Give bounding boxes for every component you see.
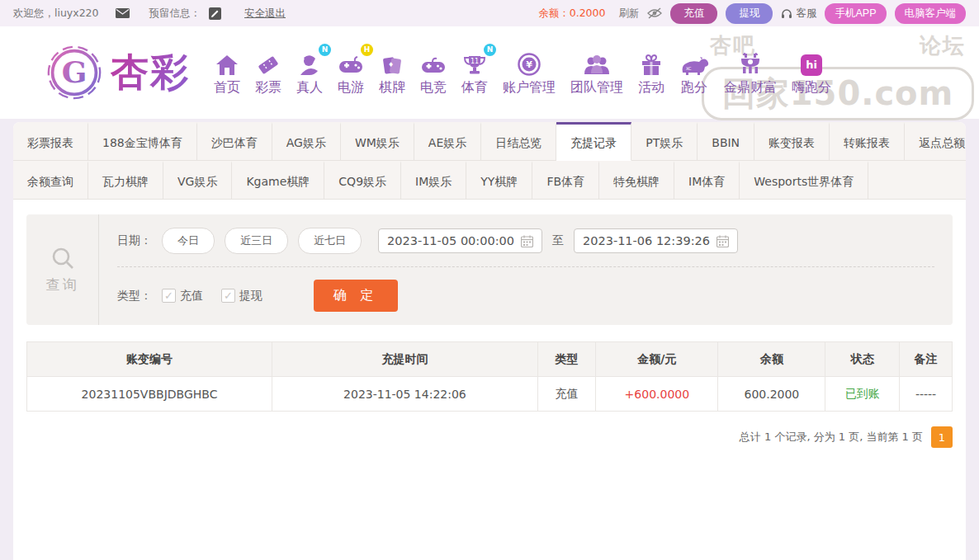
query-section: 查询 (26, 214, 99, 325)
date-to-input[interactable]: 2023-11-06 12:39:26 (574, 228, 738, 253)
tab-沙巴体育[interactable]: 沙巴体育 (197, 122, 272, 161)
table-header-cell: 账变编号 (27, 342, 272, 377)
svg-text:♦: ♦ (388, 61, 394, 68)
nav-item-rhino[interactable]: XC跑分 (672, 49, 717, 96)
cards-icon: ♦ (381, 49, 403, 76)
table-cell: ----- (900, 377, 953, 412)
tab-彩票报表[interactable]: 彩票报表 (13, 122, 88, 161)
nav-item-home[interactable]: 首页 (206, 49, 248, 96)
nav-item-lottery-ticket[interactable]: 彩票 (248, 49, 289, 96)
tab-瓦力棋牌[interactable]: 瓦力棋牌 (88, 161, 163, 200)
date-from-input[interactable]: 2023-11-05 00:00:00 (378, 228, 542, 253)
nav-item-hi[interactable]: hi嗨跑分 (784, 49, 839, 96)
table-row: 20231105VBBJDBGHBC2023-11-05 14:22:06充值+… (27, 377, 953, 412)
tab-AE娱乐[interactable]: AE娱乐 (414, 122, 481, 161)
tab-返点总额[interactable]: 返点总额 (905, 122, 966, 161)
tab-IM体育[interactable]: IM体育 (674, 161, 740, 200)
confirm-button[interactable]: 确 定 (314, 280, 398, 312)
tab-Wesports世界体育[interactable]: Wesports世界体育 (740, 161, 868, 200)
nav-item-tripod-cauldron[interactable]: 金鼎财富 (717, 49, 784, 96)
live-person-icon: N (298, 49, 321, 76)
tab-余额查询[interactable]: 余额查询 (13, 161, 88, 200)
tab-特免棋牌[interactable]: 特免棋牌 (599, 161, 674, 200)
welcome-text: 欢迎您，liuyx220 (13, 7, 99, 21)
table-header-cell: 类型 (537, 342, 596, 377)
withdraw-button[interactable]: 提现 (726, 3, 773, 24)
type-option-充值[interactable]: ✓充值 (162, 289, 203, 304)
tab-WM娱乐[interactable]: WM娱乐 (341, 122, 414, 161)
search-icon (50, 246, 75, 271)
nav-badge: N (319, 44, 331, 56)
table-header-cell: 余额 (718, 342, 825, 377)
topbar: 欢迎您，liuyx220 预留信息： 安全退出 余额：0.2000 刷新 充值 … (0, 0, 979, 26)
page-1-button[interactable]: 1 (931, 426, 953, 448)
sports-trophy-icon: 11N (463, 49, 486, 76)
nav-item-sports-trophy[interactable]: 11N体育 (454, 49, 495, 96)
nav-item-label: 电竞 (420, 79, 447, 96)
customer-service-button[interactable]: 客服 (781, 7, 816, 21)
main-nav-items: 首页彩票N真人H电游♦棋牌电竞11N体育¥账户管理团队管理活动XC跑分金鼎财富h… (206, 49, 839, 96)
refresh-link[interactable]: 刷新 (618, 7, 639, 21)
nav-item-label: 活动 (638, 79, 664, 96)
content-card: 彩票报表188金宝博体育沙巴体育AG娱乐WM娱乐AE娱乐日结总览充提记录PT娱乐… (13, 122, 966, 560)
tab-Kgame棋牌[interactable]: Kgame棋牌 (232, 161, 324, 200)
deposit-button[interactable]: 充值 (670, 3, 717, 24)
date-label: 日期： (117, 233, 152, 248)
svg-text:11: 11 (471, 58, 479, 65)
tab-日结总览[interactable]: 日结总览 (481, 122, 556, 161)
nav-item-gift[interactable]: 活动 (631, 49, 672, 96)
tab-BBIN[interactable]: BBIN (698, 122, 754, 161)
table-cell: 20231105VBBJDBGHBC (27, 377, 272, 412)
table-cell: 2023-11-05 14:22:06 (272, 377, 538, 412)
table-header-cell: 备注 (900, 342, 953, 377)
nav-item-cards[interactable]: ♦棋牌 (371, 49, 413, 96)
quick-range-近三日[interactable]: 近三日 (225, 228, 288, 254)
tab-转账报表[interactable]: 转账报表 (830, 122, 905, 161)
slots-gamepad-icon: H (338, 49, 363, 76)
tab-PT娱乐[interactable]: PT娱乐 (631, 122, 698, 161)
tab-188金宝博体育[interactable]: 188金宝博体育 (88, 122, 197, 161)
tab-YY棋牌[interactable]: YY棋牌 (466, 161, 532, 200)
lottery-ticket-icon (257, 49, 280, 76)
nav-item-esports-gamepad[interactable]: 电竞 (413, 49, 454, 96)
edit-pencil-icon[interactable] (209, 7, 221, 20)
nav-item-live-person[interactable]: N真人 (289, 49, 330, 96)
nav-item-slots-gamepad[interactable]: H电游 (330, 49, 371, 96)
site-logo[interactable]: G 杏彩 (46, 45, 190, 101)
nav-item-label: 团队管理 (570, 79, 623, 96)
nav-item-yuan-coin[interactable]: ¥账户管理 (495, 49, 563, 96)
svg-text:G: G (62, 54, 87, 89)
type-label: 类型： (117, 289, 152, 304)
headset-icon (781, 8, 792, 19)
table-header-cell: 状态 (825, 342, 900, 377)
envelope-icon[interactable] (116, 8, 130, 18)
checkbox-icon[interactable]: ✓ (162, 289, 176, 303)
gift-icon (641, 49, 662, 76)
logo-text: 杏彩 (111, 47, 190, 98)
quick-range-近七日[interactable]: 近七日 (298, 228, 362, 254)
pagination: 总计 1 个记录, 分为 1 页, 当前第 1 页 1 (26, 426, 953, 448)
calendar-icon (717, 235, 729, 247)
yuan-coin-icon: ¥ (518, 49, 541, 76)
tab-VG娱乐[interactable]: VG娱乐 (163, 161, 232, 200)
table-cell: 充值 (537, 377, 596, 412)
logo-emblem-icon: G (46, 45, 102, 101)
nav-item-label: 账户管理 (503, 79, 556, 96)
tab-AG娱乐[interactable]: AG娱乐 (272, 122, 341, 161)
nav-item-team[interactable]: 团队管理 (563, 49, 631, 96)
records-table: 账变编号充提时间类型金额/元余额状态备注 20231105VBBJDBGHBC2… (26, 341, 953, 412)
quick-range-今日[interactable]: 今日 (162, 228, 215, 254)
tab-充提记录[interactable]: 充提记录 (556, 122, 631, 161)
mobile-app-button[interactable]: 手机APP (825, 3, 886, 24)
tab-CQ9娱乐[interactable]: CQ9娱乐 (324, 161, 401, 200)
tripod-cauldron-icon (739, 49, 762, 76)
logout-link[interactable]: 安全退出 (244, 7, 286, 21)
eye-slash-icon[interactable] (647, 7, 662, 19)
checkbox-icon[interactable]: ✓ (221, 289, 235, 303)
type-option-提现[interactable]: ✓提现 (221, 289, 262, 304)
tab-账变报表[interactable]: 账变报表 (754, 122, 830, 161)
pc-client-button[interactable]: 电脑客户端 (895, 3, 967, 24)
tab-IM娱乐[interactable]: IM娱乐 (401, 161, 466, 200)
tab-FB体育[interactable]: FB体育 (532, 161, 599, 200)
watermark-right: 论坛 (920, 31, 966, 60)
